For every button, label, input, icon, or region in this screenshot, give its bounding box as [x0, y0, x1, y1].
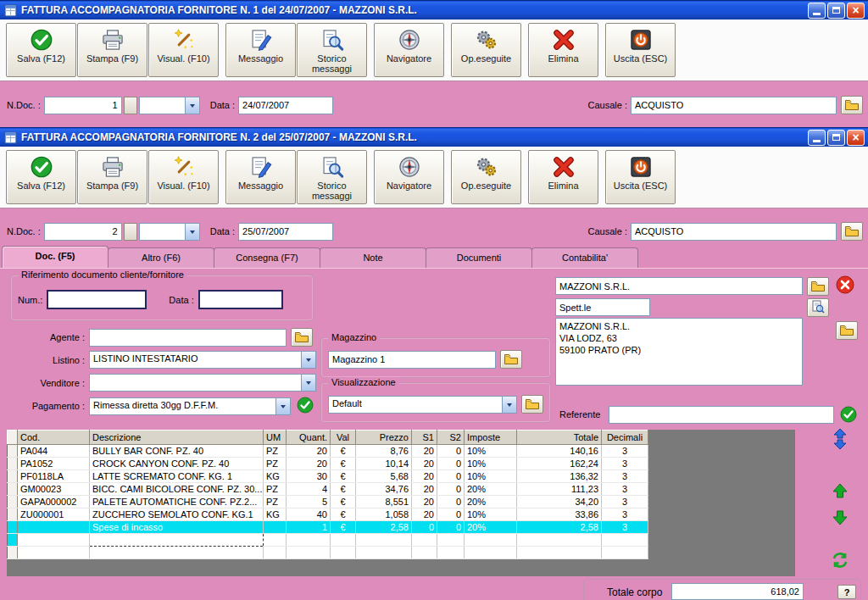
row-down-button[interactable] [828, 507, 852, 531]
cell-descrizione[interactable] [90, 547, 264, 559]
cell-val[interactable]: € [331, 445, 356, 458]
referente-input[interactable] [609, 406, 834, 424]
tab-doc-f5[interactable]: Doc. (F5) [2, 246, 108, 268]
totale-corpo-input[interactable]: 618,02 [671, 583, 804, 600]
cell-descrizione[interactable]: ZUCCHERO SEMOLATO CONF. KG.1 [90, 508, 264, 521]
column-header-decimali[interactable]: Decimali [602, 431, 648, 445]
cell-s2[interactable] [437, 534, 465, 547]
cell-um[interactable] [264, 534, 287, 547]
cell-decimali[interactable] [602, 547, 648, 559]
minimize-button[interactable] [808, 130, 826, 146]
toolbar-op-eseguite-button[interactable]: Op.eseguite [451, 23, 521, 77]
cell-s1[interactable] [412, 547, 437, 559]
cell-quant[interactable]: 20 [287, 445, 331, 458]
cell-prezzo[interactable]: 2,58 [356, 521, 412, 534]
cell-val[interactable]: € [331, 496, 356, 508]
tab-documenti[interactable]: Documenti [426, 247, 532, 268]
cell-val[interactable]: € [331, 521, 356, 534]
toolbar-visual-f10-button[interactable]: Visual. (F10) [148, 23, 219, 77]
cell-imposte[interactable] [465, 534, 517, 547]
column-header-descrizione[interactable]: Descrizione [90, 431, 264, 445]
listino-combo[interactable]: LISTINO INTESTATARIO [89, 351, 316, 369]
causale-input-w1[interactable]: ACQUISTO [631, 97, 837, 114]
toolbar-storico-messaggi-button[interactable]: Storico messaggi [297, 150, 367, 204]
column-header-s1[interactable]: S1 [412, 431, 437, 445]
cell-totale[interactable]: 140,16 [517, 445, 602, 458]
cell-imposte[interactable]: 20% [465, 496, 517, 508]
toolbar-elimina-button[interactable]: Elimina [528, 23, 598, 77]
cell-cod[interactable]: PF0118LA [18, 470, 90, 483]
column-header-cod[interactable]: Cod. [18, 431, 90, 445]
cell-totale[interactable] [517, 534, 602, 547]
cell-cod[interactable] [18, 534, 90, 547]
cell-quant[interactable]: 40 [287, 508, 331, 521]
help-button[interactable]: ? [837, 585, 856, 599]
table-row[interactable]: PA044BULLY BAR CONF. PZ. 40PZ20€8,762001… [8, 445, 648, 458]
cell-imposte[interactable]: 10% [465, 458, 517, 470]
tab-note[interactable]: Note [320, 247, 426, 268]
cell-prezzo[interactable]: 1,058 [356, 508, 412, 521]
table-row[interactable]: GM00023BICC. CAMI BICOLORE CONF. PZ. 30.… [8, 483, 648, 496]
cell-cod[interactable]: ZU000001 [18, 508, 90, 521]
cell-prezzo[interactable] [356, 547, 412, 559]
address-textarea[interactable]: MAZZONI S.R.L. VIA LODZ, 63 59100 PRATO … [555, 318, 803, 386]
cell-s2[interactable]: 0 [437, 483, 465, 496]
toolbar-elimina-button[interactable]: Elimina [528, 150, 598, 204]
cell-totale[interactable]: 162,24 [517, 458, 602, 470]
column-header-val[interactable]: Val [331, 431, 356, 445]
cell-decimali[interactable]: 3 [602, 458, 648, 470]
items-table[interactable]: Cod.DescrizioneUMQuant.ValPrezzoS1S2Impo… [7, 430, 648, 559]
address-lookup-button[interactable] [836, 321, 858, 340]
toolbar-storico-messaggi-button[interactable]: Storico messaggi [297, 23, 367, 77]
cell-descrizione[interactable]: BULLY BAR CONF. PZ. 40 [90, 445, 264, 458]
toolbar-uscita-esc-button[interactable]: Uscita (ESC) [605, 23, 676, 77]
cell-um[interactable] [264, 547, 287, 559]
table-row-filler[interactable] [8, 547, 648, 559]
cell-cod[interactable]: PA1052 [18, 458, 90, 470]
toolbar-navigatore-button[interactable]: Navigatore [374, 23, 444, 77]
causale-input-w2[interactable]: ACQUISTO [631, 223, 837, 241]
cell-quant[interactable]: 4 [287, 483, 331, 496]
tab-consegna-f7[interactable]: Consegna (F7) [214, 247, 320, 268]
pagamento-combo[interactable]: Rimessa diretta 30gg D.F.F.M. [89, 397, 291, 415]
cell-um[interactable]: KG [264, 508, 287, 521]
toolbar-salva-f12-button[interactable]: Salva (F12) [6, 23, 76, 77]
cell-um[interactable]: PZ [264, 483, 287, 496]
cell-prezzo[interactable]: 10,14 [356, 458, 412, 470]
agente-input[interactable] [89, 329, 287, 347]
cell-quant[interactable] [287, 547, 331, 559]
cell-s1[interactable]: 20 [412, 508, 437, 521]
doc-type-combo-w1[interactable] [139, 97, 200, 114]
causale-lookup-button-w1[interactable] [841, 96, 863, 114]
num-input[interactable] [47, 290, 147, 309]
customer-lookup-button[interactable] [807, 277, 829, 296]
data-input-w2[interactable]: 25/07/2007 [238, 223, 333, 241]
toolbar-stampa-f9-button[interactable]: Stampa (F9) [77, 23, 147, 77]
toolbar-messaggio-button[interactable]: Messaggio [225, 23, 296, 77]
cell-s2[interactable]: 0 [437, 508, 465, 521]
ndoc-ellipsis-button-w1[interactable] [124, 97, 137, 114]
cell-s1[interactable]: 20 [412, 483, 437, 496]
move-row-button[interactable] [828, 428, 852, 452]
maximize-button[interactable] [827, 3, 845, 19]
causale-lookup-button-w2[interactable] [841, 222, 863, 241]
column-header-totale[interactable]: Totale [517, 431, 602, 445]
titlebar-window2[interactable]: FATTURA ACCOMPAGNATORIA FORNITORE N. 2 d… [0, 127, 868, 147]
cell-decimali[interactable]: 3 [602, 445, 648, 458]
cell-val[interactable]: € [331, 470, 356, 483]
rif-data-input[interactable] [198, 290, 283, 309]
cell-val[interactable]: € [331, 458, 356, 470]
spettle-lookup-button[interactable] [807, 298, 829, 317]
agente-lookup-button[interactable] [291, 328, 313, 347]
cell-totale[interactable] [517, 547, 602, 559]
tab-altro-f6[interactable]: Altro (F6) [108, 247, 214, 268]
data-input-w1[interactable]: 24/07/2007 [238, 97, 333, 114]
row-up-button[interactable] [828, 480, 852, 503]
toolbar-visual-f10-button[interactable]: Visual. (F10) [148, 150, 219, 204]
column-header-s2[interactable]: S2 [437, 431, 465, 445]
toolbar-stampa-f9-button[interactable]: Stampa (F9) [77, 150, 147, 204]
cell-s1[interactable]: 20 [412, 496, 437, 508]
cell-s1[interactable]: 20 [412, 445, 437, 458]
cell-decimali[interactable] [602, 534, 648, 547]
titlebar-window1[interactable]: FATTURA ACCOMPAGNATORIA FORNITORE N. 1 d… [0, 0, 868, 19]
